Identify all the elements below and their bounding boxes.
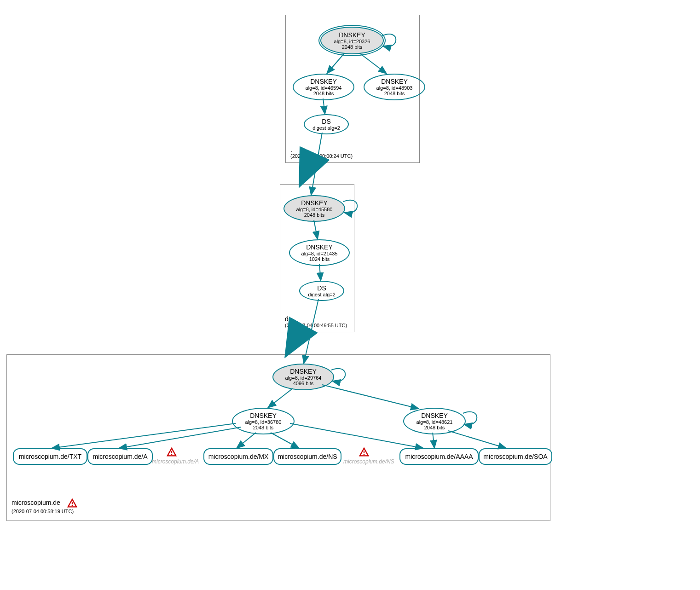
node-root-ksk: DNSKEY alg=8, id=20326 2048 bits bbox=[320, 27, 384, 54]
rr-mx: microscopium.de/MX bbox=[203, 448, 273, 465]
node-line3: 2048 bits bbox=[342, 44, 363, 50]
node-title: DNSKEY bbox=[421, 412, 448, 419]
node-dom-zsk2: DNSKEY alg=8, id=48621 2048 bits bbox=[403, 408, 466, 434]
warning-icon bbox=[359, 447, 369, 457]
zone-de-name: de bbox=[285, 315, 347, 323]
zone-root-name: . bbox=[290, 146, 353, 153]
node-line3: 2048 bits bbox=[304, 212, 325, 218]
node-root-zsk1: DNSKEY alg=8, id=46594 2048 bits bbox=[293, 74, 354, 100]
node-line2: alg=8, id=21435 bbox=[301, 251, 338, 256]
node-title: DNSKEY bbox=[310, 78, 337, 85]
node-dom-ksk: DNSKEY alg=8, id=29764 4096 bits bbox=[272, 364, 334, 390]
node-line2: alg=8, id=46594 bbox=[306, 85, 342, 91]
node-line2: digest alg=2 bbox=[312, 125, 340, 131]
node-title: DNSKEY bbox=[339, 31, 365, 39]
node-de-zsk: DNSKEY alg=8, id=21435 1024 bits bbox=[289, 239, 350, 266]
node-line3: 1024 bits bbox=[309, 256, 330, 262]
node-line2: alg=8, id=45580 bbox=[296, 207, 333, 212]
node-line2: alg=8, id=20326 bbox=[334, 39, 370, 44]
rr-ns: microscopium.de/NS bbox=[273, 448, 341, 465]
node-line2: alg=8, id=48903 bbox=[376, 85, 413, 91]
node-line2: digest alg=2 bbox=[308, 292, 336, 297]
zone-domain-label: microscopium.de (2020-07-04 00:58:19 UTC… bbox=[12, 498, 77, 514]
node-title: DNSKEY bbox=[290, 368, 317, 375]
node-title: DNSKEY bbox=[306, 243, 333, 251]
faded-a: microscopium.de/A bbox=[152, 458, 199, 465]
node-root-zsk2: DNSKEY alg=8, id=48903 2048 bits bbox=[364, 74, 425, 100]
rr-soa: microscopium.de/SOA bbox=[479, 448, 552, 465]
node-dom-zsk1: DNSKEY alg=8, id=36780 2048 bits bbox=[232, 408, 295, 434]
node-line3: 2048 bits bbox=[313, 91, 334, 96]
node-line2: alg=8, id=36780 bbox=[245, 419, 282, 425]
svg-point-3 bbox=[171, 454, 173, 455]
node-line2: alg=8, id=48621 bbox=[417, 419, 453, 425]
rr-a: microscopium.de/A bbox=[87, 448, 153, 465]
node-line3: 4096 bits bbox=[293, 381, 314, 386]
node-title: DNSKEY bbox=[381, 78, 408, 85]
faded-ns: microscopium.de/NS bbox=[343, 458, 394, 465]
zone-root-ts: (2020-07-04 00:00:24 UTC) bbox=[290, 153, 353, 159]
node-de-ds: DS digest alg=2 bbox=[299, 281, 344, 301]
node-line3: 2048 bits bbox=[424, 425, 445, 430]
node-title: DNSKEY bbox=[250, 412, 277, 419]
node-title: DS bbox=[322, 118, 330, 125]
node-line2: alg=8, id=29764 bbox=[285, 375, 322, 381]
svg-point-1 bbox=[72, 505, 73, 506]
warning-icon bbox=[167, 447, 177, 457]
rr-aaaa: microscopium.de/AAAA bbox=[399, 448, 479, 465]
node-line3: 2048 bits bbox=[253, 425, 274, 430]
zone-domain-ts: (2020-07-04 00:58:19 UTC) bbox=[12, 509, 77, 514]
zone-de-ts: (2020-07-04 00:49:55 UTC) bbox=[285, 323, 347, 328]
zone-domain-name: microscopium.de bbox=[12, 499, 60, 506]
zone-de-label: de (2020-07-04 00:49:55 UTC) bbox=[285, 315, 347, 328]
rr-txt: microscopium.de/TXT bbox=[13, 448, 87, 465]
svg-point-5 bbox=[364, 454, 365, 455]
node-title: DS bbox=[317, 284, 326, 292]
node-title: DNSKEY bbox=[301, 199, 328, 207]
warning-icon bbox=[67, 498, 77, 509]
zone-root-label: . (2020-07-04 00:00:24 UTC) bbox=[290, 146, 353, 159]
node-de-ksk: DNSKEY alg=8, id=45580 2048 bits bbox=[283, 195, 345, 222]
node-line3: 2048 bits bbox=[384, 91, 405, 96]
node-root-ds: DS digest alg=2 bbox=[304, 114, 349, 134]
